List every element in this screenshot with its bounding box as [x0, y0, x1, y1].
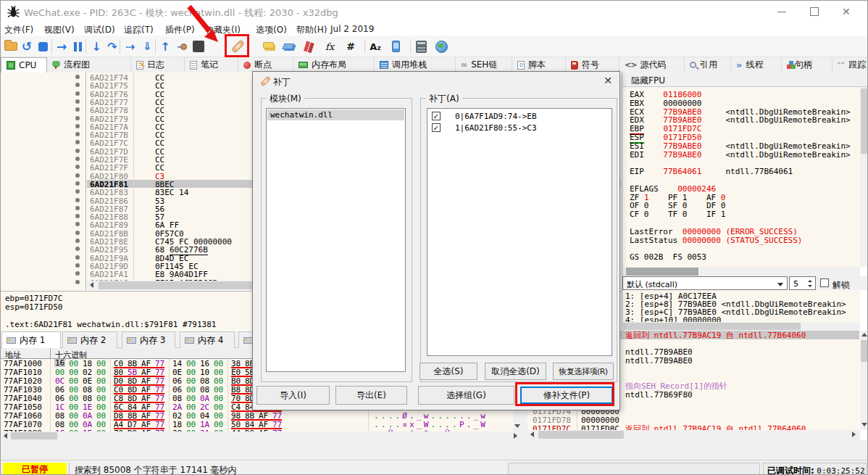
- breakpoint-dot[interactable]: [75, 157, 80, 161]
- patch-list[interactable]: ✓0|6A7F1AD9:74->EB✓1|6AD21F80:55->C3: [427, 108, 612, 356]
- run-to-user-code-icon[interactable]: ⇢: [122, 38, 138, 55]
- tab-调用堆栈[interactable]: 调用堆栈: [375, 57, 456, 73]
- register-line: ZF 1 PF 1 AF 0: [630, 194, 725, 202]
- breakpoint-dot[interactable]: [75, 239, 80, 243]
- registers-view[interactable]: EAX 01186000EBX 00000000ECX 77B9ABE0 <nt…: [622, 87, 860, 267]
- pause-icon[interactable]: [70, 38, 85, 55]
- comments-icon[interactable]: [260, 38, 276, 55]
- breakpoint-dot[interactable]: [75, 255, 80, 260]
- step-back-icon[interactable]: ↑: [157, 38, 173, 55]
- run-icon[interactable]: →: [54, 38, 70, 55]
- menu-1[interactable]: 文件(F): [4, 24, 33, 36]
- tab-句柄[interactable]: 句柄: [782, 57, 832, 73]
- restore-selection-button[interactable]: 恢复选择项(R): [553, 363, 614, 380]
- tab-脚本[interactable]: 脚本: [512, 57, 566, 73]
- tab-源代码[interactable]: <>源代码: [619, 57, 685, 73]
- breakpoint-dot[interactable]: [75, 222, 80, 226]
- maximize-button[interactable]: [800, 1, 829, 22]
- memory-tab-3[interactable]: 内存 3: [122, 331, 175, 348]
- register-line: EAX 01186000: [630, 91, 701, 99]
- breakpoint-dot[interactable]: [75, 132, 80, 136]
- step-into-icon[interactable]: ↓: [88, 38, 104, 55]
- open-file-icon[interactable]: [3, 38, 19, 55]
- assemble-icon[interactable]: Az: [367, 38, 383, 55]
- bookmarks-icon[interactable]: [301, 38, 317, 55]
- breakpoint-dot[interactable]: [75, 165, 80, 169]
- menu-4[interactable]: 追踪(T): [124, 24, 154, 36]
- tab-CPU[interactable]: CPU: [1, 57, 47, 73]
- hash-icon[interactable]: #: [343, 38, 359, 55]
- breakpoint-dot[interactable]: [75, 173, 80, 178]
- breakpoint-dot[interactable]: [75, 107, 80, 112]
- stop-icon[interactable]: [35, 38, 51, 55]
- export-button[interactable]: 导出(E): [335, 386, 407, 405]
- stack-vscrollbar[interactable]: [860, 331, 868, 430]
- patch-item[interactable]: ✓1|6AD21F80:55->C3: [427, 122, 612, 133]
- tab-符号[interactable]: 符号: [566, 57, 619, 73]
- tab-日志[interactable]: 日志: [131, 57, 185, 73]
- deselect-all-button[interactable]: 取消全选(D): [485, 363, 546, 380]
- calling-convention-select[interactable]: 默认 (stdcall): [622, 276, 788, 290]
- memory-tab-1[interactable]: 内存 1: [1, 331, 61, 349]
- argument-count-spinner[interactable]: 5: [789, 276, 816, 290]
- tab-断点[interactable]: 断点: [238, 57, 293, 73]
- functions-icon[interactable]: fx: [322, 38, 338, 55]
- patch-checkbox[interactable]: ✓: [432, 123, 441, 132]
- breakpoint-dot[interactable]: [75, 271, 80, 276]
- breakpoint-dot[interactable]: [75, 231, 80, 235]
- registers-vscrollbar[interactable]: [860, 87, 868, 267]
- menu-2[interactable]: 视图(V): [44, 24, 75, 36]
- select-all-button[interactable]: 全选(S): [420, 363, 477, 380]
- breakpoint-dot[interactable]: [75, 91, 80, 96]
- breakpoint-dot[interactable]: [75, 280, 80, 284]
- arguments-hscrollbar[interactable]: [622, 322, 860, 331]
- tab-引用[interactable]: 引用: [685, 57, 731, 73]
- arguments-view[interactable]: 1: [esp+4] A0C17EEA2: [esp+8] 77B9ABE0 <…: [622, 290, 860, 322]
- memory-tab-2[interactable]: 内存 2: [62, 331, 117, 348]
- attach-remote-icon[interactable]: [388, 38, 404, 55]
- breakpoint-dot[interactable]: [75, 140, 80, 144]
- close-button[interactable]: ✕: [832, 1, 861, 22]
- favourites-globe-icon[interactable]: [433, 38, 449, 55]
- breakpoint-dot[interactable]: [75, 99, 80, 104]
- breakpoint-dot[interactable]: [75, 263, 80, 268]
- breakpoint-dot[interactable]: [75, 75, 80, 79]
- tab-跟踪[interactable]: ᵔᵔ跟踪: [832, 57, 868, 73]
- tab-线程[interactable]: »线程: [731, 57, 782, 73]
- breakpoint-dot[interactable]: [75, 124, 80, 128]
- tab-SEH链[interactable]: ∞SEH链: [456, 57, 512, 73]
- calculator-icon[interactable]: [413, 38, 429, 55]
- restart-icon[interactable]: ↺: [19, 38, 35, 55]
- module-list[interactable]: wechatwin.dll: [266, 108, 406, 372]
- step-out-icon[interactable]: ⇓: [139, 38, 155, 55]
- hide-fpu-button[interactable]: 隐藏FPU: [622, 73, 868, 87]
- unlock-checkbox[interactable]: [820, 278, 829, 287]
- minimize-button[interactable]: [767, 1, 796, 22]
- import-button[interactable]: 导入(I): [256, 386, 330, 405]
- breakpoint-dot[interactable]: [75, 83, 80, 87]
- pick-groups-button[interactable]: 选择组(G): [418, 386, 514, 405]
- breakpoint-dot[interactable]: [75, 198, 80, 202]
- tab-内存布局[interactable]: 内存布局: [293, 57, 375, 73]
- patch-checkbox[interactable]: ✓: [432, 112, 441, 120]
- breakpoint-dot[interactable]: [75, 189, 80, 194]
- memory-tab-4[interactable]: 内存 4: [180, 331, 235, 348]
- breakpoint-dot[interactable]: [75, 149, 80, 153]
- registers-hscrollbar[interactable]: [622, 267, 860, 276]
- patch-dialog-close-icon[interactable]: ✕: [604, 75, 612, 86]
- breakpoint-dot[interactable]: [75, 206, 80, 210]
- step-over-icon[interactable]: ↷: [104, 38, 120, 55]
- menu-7[interactable]: 选项(O): [256, 24, 287, 36]
- patch-item[interactable]: ✓0|6A7F1AD9:74->EB: [427, 110, 612, 122]
- tab-流程图[interactable]: 流程图: [47, 57, 131, 73]
- module-item[interactable]: wechatwin.dll: [267, 110, 404, 120]
- breakpoint-dot[interactable]: [75, 116, 80, 120]
- stack-hscrollbar[interactable]: [527, 430, 860, 439]
- tab-笔记[interactable]: 笔记: [185, 57, 238, 73]
- labels-icon[interactable]: [280, 38, 296, 55]
- breakpoint-dot[interactable]: [75, 214, 80, 218]
- breakpoint-dot[interactable]: [75, 181, 80, 186]
- menu-3[interactable]: 调试(D): [84, 24, 115, 36]
- breakpoint-dot[interactable]: [75, 247, 80, 251]
- menu-8[interactable]: 帮助(H): [296, 24, 327, 36]
